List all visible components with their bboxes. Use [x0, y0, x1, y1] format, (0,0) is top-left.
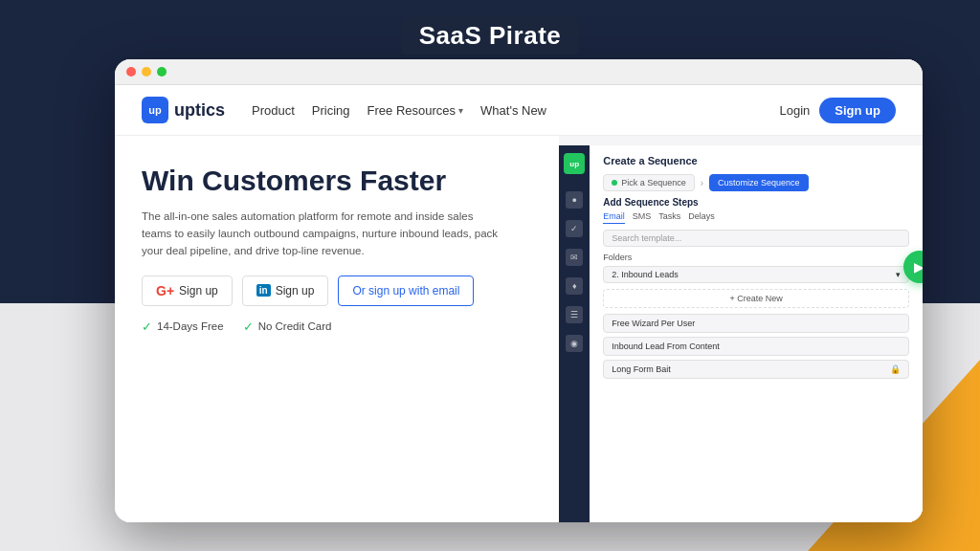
browser-dot-red[interactable] — [126, 67, 136, 77]
sidebar-icon-1[interactable]: ● — [566, 191, 583, 209]
template-item-1[interactable]: Free Wizard Per User — [603, 314, 909, 333]
app-panel: up ● ✓ ✉ ♦ ☰ ◉ Create a Sequence — [559, 145, 923, 522]
sequence-picker: Pick a Sequence › Customize Sequence — [603, 174, 909, 191]
template-item-3[interactable]: Long Form Bait 🔒 — [603, 360, 909, 379]
linkedin-icon: in — [256, 284, 271, 297]
hero-feature-trial: ✓ 14-Days Free — [142, 320, 224, 334]
signup-nav-button[interactable]: Sign up — [819, 98, 896, 123]
app-main: Create a Sequence Pick a Sequence › Cust… — [590, 145, 923, 522]
email-signup-button[interactable]: Or sign up with email — [338, 276, 474, 306]
hero-buttons: G+ Sign up in Sign up Or sign up with em… — [142, 276, 532, 306]
nav-free-resources[interactable]: Free Resources ▾ — [368, 103, 463, 118]
browser-dot-yellow[interactable] — [142, 67, 151, 77]
laptop-frame: up uptics Product Pricing Free Resources… — [115, 59, 923, 522]
sidebar-icon-5[interactable]: ☰ — [566, 306, 583, 323]
browser-chrome — [115, 59, 923, 85]
sidebar-icon-3[interactable]: ✉ — [566, 249, 583, 266]
sequence-title: Create a Sequence — [603, 155, 909, 166]
logo-icon: up — [142, 97, 168, 123]
logo-text: uptics — [174, 100, 225, 121]
steps-tabs: Email SMS Tasks Delays — [603, 211, 909, 224]
chevron-down-icon: ▾ — [458, 105, 463, 116]
seq-step-1[interactable]: Pick a Sequence — [603, 174, 695, 191]
create-new-button[interactable]: + Create New — [603, 289, 909, 308]
step-dot-icon — [612, 180, 617, 186]
logo[interactable]: up uptics — [142, 97, 225, 123]
chevron-folder-icon: ▾ — [896, 270, 901, 279]
hero-section: Win Customers Faster The all-in-one sale… — [115, 136, 923, 522]
check-icon-trial: ✓ — [142, 320, 152, 334]
nav-links: Product Pricing Free Resources ▾ What's … — [252, 103, 780, 118]
folders-label: Folders — [603, 253, 909, 262]
app-sidebar: up ● ✓ ✉ ♦ ☰ ◉ — [559, 145, 590, 522]
folder-select[interactable]: 2. Inbound Leads ▾ — [603, 266, 909, 283]
sidebar-logo: up — [564, 153, 585, 174]
hero-features: ✓ 14-Days Free ✓ No Credit Card — [142, 320, 532, 334]
google-signup-button[interactable]: G+ Sign up — [142, 276, 233, 306]
lock-icon: 🔒 — [890, 364, 901, 374]
seq-step-2[interactable]: Customize Sequence — [709, 174, 809, 191]
browser-dot-green[interactable] — [157, 67, 167, 77]
site-nav: up uptics Product Pricing Free Resources… — [115, 85, 923, 136]
nav-product[interactable]: Product — [252, 103, 295, 118]
tab-tasks[interactable]: Tasks — [658, 211, 680, 224]
step-arrow-icon: › — [701, 178, 703, 188]
search-template-input[interactable]: Search template... — [603, 230, 909, 247]
sidebar-icon-2[interactable]: ✓ — [566, 220, 583, 237]
tab-sms[interactable]: SMS — [633, 211, 652, 224]
sidebar-icon-6[interactable]: ◉ — [566, 335, 583, 352]
nav-pricing[interactable]: Pricing — [312, 103, 350, 118]
nav-actions: Login Sign up — [780, 98, 896, 123]
add-steps-label: Add Sequence Steps — [603, 197, 909, 208]
hero-title: Win Customers Faster — [142, 165, 532, 198]
hero-subtitle: The all-in-one sales automation platform… — [142, 208, 505, 260]
sidebar-icon-4[interactable]: ♦ — [566, 277, 583, 295]
site-content: up uptics Product Pricing Free Resources… — [115, 85, 923, 522]
hero-left: Win Customers Faster The all-in-one sale… — [115, 136, 559, 522]
tab-delays[interactable]: Delays — [688, 211, 715, 224]
template-item-2[interactable]: Inbound Lead From Content — [603, 337, 909, 356]
hero-feature-no-card: ✓ No Credit Card — [243, 320, 332, 334]
google-icon: G+ — [156, 283, 174, 298]
hero-right: up ● ✓ ✉ ♦ ☰ ◉ Create a Sequence — [559, 136, 923, 522]
login-button[interactable]: Login — [780, 103, 811, 118]
tab-email[interactable]: Email — [603, 211, 625, 224]
check-icon-card: ✓ — [243, 320, 254, 334]
nav-whats-new[interactable]: What's New — [480, 103, 546, 118]
linkedin-signup-button[interactable]: in Sign up — [242, 276, 329, 306]
page-title: SaaS Pirate — [402, 17, 579, 55]
